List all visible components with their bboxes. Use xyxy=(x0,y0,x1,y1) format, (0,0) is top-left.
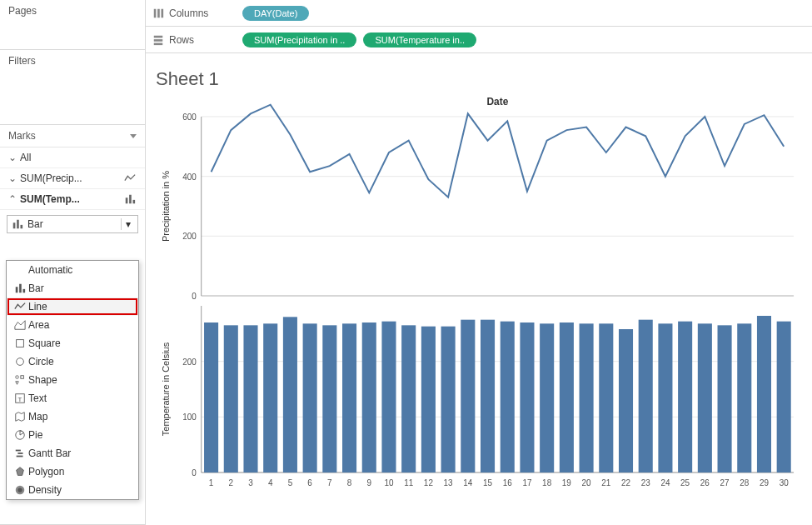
marks-panel-label: Marks xyxy=(8,130,36,142)
svg-text:28: 28 xyxy=(740,478,750,488)
pages-panel-label: Pages xyxy=(8,5,37,17)
svg-rect-73 xyxy=(639,320,653,472)
mark-card-temperature[interactable]: ⌃ SUM(Temp... xyxy=(0,189,145,210)
bar-icon xyxy=(11,218,24,230)
dropdown-arrow-icon[interactable]: ▾ xyxy=(121,218,134,230)
mark-card-all[interactable]: ⌄ All xyxy=(0,148,145,168)
svg-point-23 xyxy=(17,488,22,492)
svg-text:19: 19 xyxy=(562,478,572,488)
svg-rect-24 xyxy=(154,8,157,18)
mark-type-option-line[interactable]: Line xyxy=(7,298,138,316)
mark-type-option-map[interactable]: Map xyxy=(7,408,138,426)
mark-type-option-density[interactable]: Density xyxy=(7,481,138,499)
svg-rect-56 xyxy=(303,323,317,472)
svg-text:Precipitation in %: Precipitation in % xyxy=(161,171,171,242)
mark-type-option-label: Pie xyxy=(28,429,42,441)
svg-text:0: 0 xyxy=(192,468,197,478)
svg-text:25: 25 xyxy=(680,478,690,488)
svg-text:26: 26 xyxy=(700,478,710,488)
svg-rect-6 xyxy=(16,287,18,292)
mark-type-option-label: Area xyxy=(28,319,49,331)
svg-text:4: 4 xyxy=(268,478,273,488)
bar-icon xyxy=(12,282,28,294)
svg-text:24: 24 xyxy=(660,478,670,488)
svg-text:T: T xyxy=(18,396,22,403)
area-icon xyxy=(12,319,28,331)
rows-shelf[interactable]: Rows SUM(Precipitation in .. SUM(Tempera… xyxy=(146,27,812,53)
svg-text:Temperature in Celsius: Temperature in Celsius xyxy=(161,342,171,436)
svg-rect-10 xyxy=(17,340,24,348)
svg-text:9: 9 xyxy=(366,478,371,488)
svg-rect-2 xyxy=(133,200,136,203)
mark-card-precipitation[interactable]: ⌄ SUM(Precip... xyxy=(0,168,145,189)
svg-text:29: 29 xyxy=(760,478,770,488)
mark-type-option-label: Polygon xyxy=(28,466,64,478)
chevron-up-icon: ⌃ xyxy=(8,193,17,205)
chart-canvas: Date0200400600Precipitation in %0100200T… xyxy=(156,93,802,518)
svg-rect-5 xyxy=(21,225,23,228)
svg-rect-52 xyxy=(224,325,238,472)
chevron-down-icon: ⌄ xyxy=(8,172,17,184)
svg-text:30: 30 xyxy=(780,478,790,488)
svg-rect-69 xyxy=(560,322,574,472)
svg-rect-67 xyxy=(520,322,534,472)
mark-type-option-circle[interactable]: Circle xyxy=(7,352,138,371)
mark-type-option-label: Text xyxy=(28,392,47,404)
mark-type-option-pie[interactable]: Pie xyxy=(7,426,138,444)
svg-rect-54 xyxy=(263,323,277,472)
svg-text:100: 100 xyxy=(182,412,197,422)
svg-rect-7 xyxy=(19,284,22,293)
gantt-icon xyxy=(12,448,28,459)
mark-type-option-automatic[interactable]: Automatic xyxy=(7,261,138,279)
row-pill-temperature[interactable]: SUM(Temperature in.. xyxy=(363,32,476,48)
svg-rect-62 xyxy=(421,327,436,472)
svg-rect-53 xyxy=(243,325,257,472)
svg-text:600: 600 xyxy=(182,112,197,122)
svg-text:17: 17 xyxy=(522,478,532,488)
bar-icon xyxy=(123,193,137,205)
chevron-down-icon: ⌄ xyxy=(8,152,17,163)
svg-rect-77 xyxy=(718,325,732,472)
mark-type-option-text[interactable]: TText xyxy=(7,389,138,408)
columns-label: Columns xyxy=(169,8,208,19)
svg-text:16: 16 xyxy=(503,478,513,488)
mark-type-option-label: Density xyxy=(28,484,62,496)
column-pill-date[interactable]: DAY(Date) xyxy=(242,6,309,21)
mark-type-option-label: Square xyxy=(28,338,61,349)
mark-type-option-polygon[interactable]: Polygon xyxy=(7,462,138,481)
mark-type-option-bar[interactable]: Bar xyxy=(7,279,138,298)
text-icon: T xyxy=(12,392,28,404)
mark-type-option-square[interactable]: Square xyxy=(7,334,138,352)
mark-type-option-label: Automatic xyxy=(28,264,72,276)
svg-text:1: 1 xyxy=(209,478,214,488)
mark-type-option-shape[interactable]: Shape xyxy=(7,371,138,389)
svg-text:7: 7 xyxy=(327,478,332,488)
mark-type-option-label: Circle xyxy=(28,356,54,368)
svg-rect-20 xyxy=(17,456,23,458)
mark-type-option-area[interactable]: Area xyxy=(7,316,138,334)
svg-rect-51 xyxy=(204,322,218,472)
svg-rect-29 xyxy=(154,42,163,45)
columns-shelf[interactable]: Columns DAY(Date) xyxy=(146,0,812,27)
svg-rect-80 xyxy=(777,322,791,472)
row-pill-precipitation[interactable]: SUM(Precipitation in .. xyxy=(242,32,356,48)
svg-text:8: 8 xyxy=(347,478,352,488)
svg-point-11 xyxy=(17,358,24,366)
mark-type-option-label: Bar xyxy=(28,282,44,294)
svg-rect-74 xyxy=(658,323,672,472)
svg-rect-68 xyxy=(540,323,554,472)
svg-rect-27 xyxy=(154,35,163,38)
mark-type-select[interactable]: Bar ▾ xyxy=(7,215,138,233)
filters-panel-label: Filters xyxy=(8,55,36,67)
rows-icon xyxy=(152,34,164,46)
svg-rect-28 xyxy=(154,39,163,42)
svg-marker-14 xyxy=(16,382,19,385)
columns-icon xyxy=(152,8,164,19)
svg-rect-75 xyxy=(678,322,692,472)
line-icon xyxy=(123,172,137,184)
mark-type-option-gantt[interactable]: Gantt Bar xyxy=(7,444,138,462)
svg-rect-3 xyxy=(13,222,16,228)
svg-rect-70 xyxy=(580,323,594,472)
svg-rect-66 xyxy=(501,322,515,472)
svg-rect-64 xyxy=(461,320,475,472)
